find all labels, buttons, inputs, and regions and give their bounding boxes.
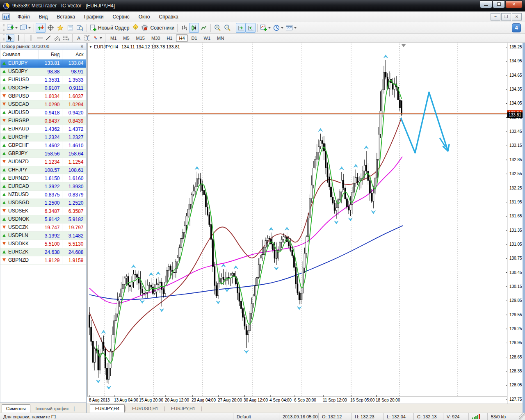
zoom-in-button[interactable]	[212, 23, 222, 33]
market-watch-row-usdsek[interactable]: USDSEK6.34876.3587	[0, 207, 86, 215]
title-bar[interactable]: 953539: MetaTrader - IC Vector - [EURJPY…	[0, 0, 525, 11]
market-watch-row-gbpnzd[interactable]: GBPNZD1.91291.9159	[0, 256, 86, 265]
templates-button[interactable]	[285, 23, 298, 33]
column-bid[interactable]: Бид	[38, 50, 62, 59]
market-watch-row-eurczk[interactable]: EURCZK24.63824.688	[0, 248, 86, 256]
periods-button[interactable]	[272, 23, 285, 33]
market-watch-toggle[interactable]	[36, 23, 46, 33]
market-watch-row-eurusd[interactable]: EURUSD1.35311.3533	[0, 76, 86, 84]
market-watch-row-gbpchf[interactable]: GBPCHF1.46021.4610	[0, 142, 86, 150]
market-watch-row-nzdusd[interactable]: NZDUSD0.83750.8379	[0, 191, 86, 199]
status-profile[interactable]: Default	[233, 413, 279, 420]
horizontal-line-tool[interactable]	[35, 34, 44, 42]
cursor-tool-button[interactable]	[6, 34, 14, 42]
market-watch-row-usdnok[interactable]: USDNOK5.91425.9182	[0, 215, 86, 224]
chart-window[interactable]: ▼ EURJPY,H4 134.11 134.12 133.78 133.81 …	[87, 43, 523, 413]
mdi-restore-button[interactable]: ❐	[501, 13, 511, 21]
market-watch-row-usdczk[interactable]: USDCZK19.74719.797	[0, 224, 86, 232]
arrow-up-icon	[2, 111, 6, 114]
timeframe-m1[interactable]: M1	[107, 34, 119, 42]
timeframe-h1[interactable]: H1	[164, 34, 175, 42]
indicators-button[interactable]	[259, 23, 272, 33]
auto-scroll-button[interactable]	[236, 23, 246, 33]
timeframe-h4[interactable]: H4	[176, 34, 187, 42]
new-order-button[interactable]: Новый Ордер	[89, 23, 130, 33]
market-watch-row-usdsgd[interactable]: USDSGD1.25001.2520	[0, 199, 86, 207]
arrow-down-icon	[2, 209, 6, 212]
cursor-arrow-icon	[8, 35, 12, 41]
mdi-minimize-button[interactable]: –	[491, 13, 500, 21]
menu-item-файл[interactable]: Файл	[13, 12, 34, 21]
menu-item-окно[interactable]: Окно	[134, 12, 155, 21]
market-watch-row-eurcad[interactable]: EURCAD1.39221.3930	[0, 183, 86, 191]
chart-app-icon[interactable]	[2, 14, 10, 20]
alerts-button[interactable]: !	[130, 23, 140, 33]
market-watch-header[interactable]: Обзор рынка: 10:30:00 ×	[0, 43, 86, 50]
chart-tab-eurusd-h1[interactable]: EURUSD,H1	[127, 404, 164, 413]
terminal-button[interactable]	[65, 23, 75, 33]
timeframe-m5[interactable]: M5	[120, 34, 132, 42]
vertical-line-tool[interactable]	[27, 34, 35, 42]
close-button[interactable]: ✕	[505, 0, 523, 8]
market-watch-row-usdjpy[interactable]: USDJPY98.8898.91	[0, 68, 86, 76]
timeframe-mn[interactable]: MN	[214, 34, 227, 42]
collapse-triangle-icon[interactable]: ▼	[89, 45, 92, 49]
timeframe-d1[interactable]: D1	[189, 34, 200, 42]
mdi-close-button[interactable]: ✕	[512, 13, 522, 21]
menu-item-сервис[interactable]: Сервис	[108, 12, 134, 21]
market-watch-row-eurjpy[interactable]: EURJPY133.81133.84	[0, 59, 86, 68]
chart-tab-eurjpy-h1[interactable]: EURJPY,H1	[166, 404, 201, 413]
market-watch-row-usddkk[interactable]: USDDKK5.51005.5130	[0, 240, 86, 248]
line-chart-mode-button[interactable]	[199, 23, 209, 33]
fibonacci-tool[interactable]: F	[62, 34, 71, 42]
candlestick-mode-button[interactable]	[189, 23, 199, 33]
price-chart[interactable]	[87, 43, 507, 404]
data-window-button[interactable]	[46, 23, 55, 33]
text-label-tool[interactable]: T	[83, 34, 91, 42]
timeframe-m30[interactable]: M30	[148, 34, 163, 42]
chart-shift-marker-icon[interactable]	[402, 44, 406, 47]
market-watch-row-eurchf[interactable]: EURCHF1.23241.2327	[0, 133, 86, 142]
chart-shift-button[interactable]	[246, 23, 256, 33]
tab-tick-chart[interactable]: Тиковый график	[30, 404, 73, 413]
new-chart-button[interactable]	[6, 23, 19, 33]
bar-chart-mode-button[interactable]	[179, 23, 189, 33]
market-watch-row-audusd[interactable]: AUDUSD0.94180.9420	[0, 109, 86, 117]
profiles-button[interactable]	[19, 23, 32, 33]
maximize-button[interactable]	[493, 0, 505, 8]
market-watch-row-usdchf[interactable]: USDCHF0.91070.9111	[0, 84, 86, 92]
menu-item-графики[interactable]: Графики	[80, 12, 108, 21]
market-watch-row-chfjpy[interactable]: CHFJPY108.57108.61	[0, 166, 86, 174]
market-watch-row-gbpusd[interactable]: GBPUSD1.60341.6037	[0, 92, 86, 100]
chart-tab-eurjpy-h4[interactable]: EURJPY,H4	[90, 404, 125, 413]
timeframe-w1[interactable]: W1	[201, 34, 214, 42]
resize-grip[interactable]	[519, 413, 525, 420]
mql-community-button[interactable]: 4	[512, 23, 521, 32]
zoom-out-button[interactable]	[222, 23, 232, 33]
market-watch-row-usdpln[interactable]: USDPLN3.13923.1482	[0, 232, 86, 240]
market-watch-row-usdcad[interactable]: USDCAD1.02901.0294	[0, 100, 86, 109]
forecast-zigzag-arrow[interactable]	[401, 92, 448, 153]
minimize-button[interactable]	[480, 0, 492, 8]
navigator-button[interactable]	[55, 23, 65, 33]
menu-item-вид[interactable]: Вид	[34, 12, 52, 21]
market-watch-row-audnzd[interactable]: AUDNZD1.12341.1254	[0, 158, 86, 166]
market-watch-row-eurnzd[interactable]: EURNZD1.61501.6160	[0, 174, 86, 183]
market-watch-row-eurgbp[interactable]: EURGBP0.84370.8439	[0, 117, 86, 125]
strategy-tester-button[interactable]	[75, 23, 85, 33]
market-watch-row-euraud[interactable]: EURAUD1.43621.4372	[0, 125, 86, 133]
expert-advisors-button[interactable]: Советники	[140, 23, 176, 33]
menu-item-справка[interactable]: Справка	[155, 12, 183, 21]
timeframe-m15[interactable]: M15	[133, 34, 148, 42]
column-symbol[interactable]: Символ	[0, 50, 38, 59]
trendline-tool[interactable]	[44, 34, 52, 42]
market-watch-close-icon[interactable]: ×	[80, 44, 84, 49]
tab-symbols[interactable]: Символы	[2, 404, 30, 413]
equidistant-channel-tool[interactable]: E	[52, 34, 62, 42]
arrows-tool[interactable]	[91, 34, 103, 42]
column-ask[interactable]: Аск	[62, 50, 86, 59]
crosshair-tool-button[interactable]	[14, 34, 23, 42]
market-watch-row-gbpjpy[interactable]: GBPJPY158.56158.64	[0, 150, 86, 158]
menu-item-вставка[interactable]: Вставка	[52, 12, 80, 21]
text-tool[interactable]: A	[74, 34, 83, 42]
